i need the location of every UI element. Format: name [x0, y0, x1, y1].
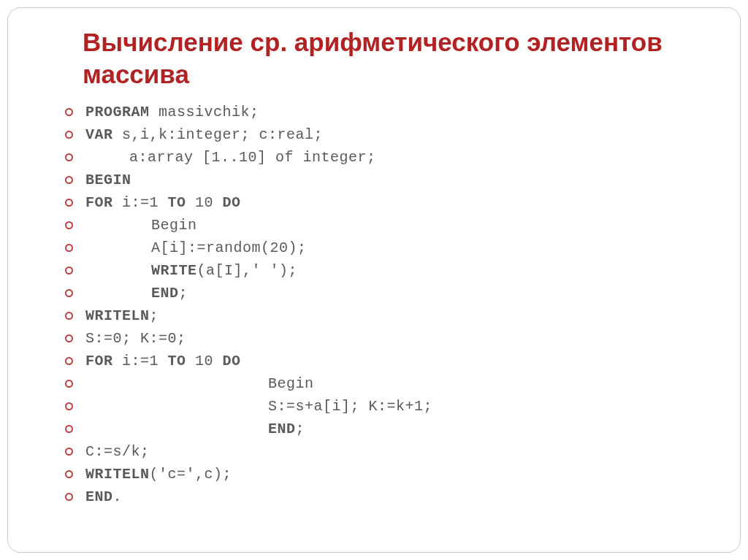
code-text: S:=s+a[i]; K:=k+1;: [268, 398, 432, 415]
code-text: Begin: [268, 375, 314, 392]
code-line: Begin: [65, 214, 711, 237]
code-line: C:=s/k;: [65, 440, 711, 463]
code-text: a:array [1..10] of integer;: [129, 149, 376, 166]
keyword: BEGIN: [85, 172, 131, 188]
code-line: end;: [65, 282, 711, 304]
code-line: END.: [65, 486, 711, 508]
code-line: Begin: [65, 372, 711, 395]
keyword: do: [223, 353, 241, 369]
keyword: Program: [85, 104, 150, 120]
code-text: ;: [150, 307, 159, 324]
keyword: end: [268, 421, 296, 437]
code-text: .: [113, 488, 123, 505]
code-line: end;: [65, 418, 711, 440]
code-text: A[i]:=random(20);: [151, 239, 307, 256]
code-line: for i:=1 to 10 do: [65, 350, 711, 372]
code-text: massivchik;: [150, 104, 259, 120]
code-line: Write(a[I],' ');: [65, 259, 711, 282]
keyword: Writeln: [85, 466, 150, 483]
keyword: to: [168, 194, 186, 211]
code-line: BEGIN: [65, 169, 711, 191]
code-line: a:array [1..10] of integer;: [65, 146, 711, 169]
code-text: i:=1: [113, 353, 168, 369]
keyword: to: [168, 353, 186, 369]
keyword: do: [223, 194, 241, 211]
slide-container: Вычисление ср. арифметического элементов…: [7, 7, 741, 553]
code-text: ;: [296, 421, 305, 437]
code-text: i:=1: [113, 194, 168, 211]
code-line: Program massivchik;: [65, 101, 711, 123]
code-text: ;: [179, 285, 188, 302]
keyword: Write: [151, 262, 197, 279]
code-text: (a[I],' ');: [197, 262, 298, 279]
code-text: Begin: [151, 217, 197, 234]
keyword: for: [85, 353, 113, 369]
code-list: Program massivchik; var s,i,k:integer; c…: [37, 101, 711, 508]
slide-heading: Вычисление ср. арифметического элементов…: [83, 26, 711, 91]
code-line: S:=s+a[i]; K:=k+1;: [65, 395, 711, 418]
keyword: Writeln: [85, 307, 150, 324]
code-line: A[i]:=random(20);: [65, 237, 711, 259]
code-line: Writeln('c=',c);: [65, 463, 711, 486]
keyword: for: [85, 194, 113, 211]
code-line: for i:=1 to 10 do: [65, 191, 711, 214]
keyword: var: [85, 126, 113, 143]
code-line: var s,i,k:integer; c:real;: [65, 123, 711, 146]
keyword: end: [151, 285, 179, 302]
code-line: S:=0; K:=0;: [65, 327, 711, 350]
code-text: s,i,k:integer; c:real;: [113, 126, 324, 143]
code-text: 10: [186, 194, 223, 211]
code-text: ('c=',c);: [150, 466, 232, 483]
code-line: Writeln;: [65, 304, 711, 327]
keyword: END: [85, 488, 113, 505]
code-text: C:=s/k;: [85, 443, 150, 460]
code-text: 10: [186, 353, 223, 369]
code-text: S:=0; K:=0;: [85, 330, 186, 347]
